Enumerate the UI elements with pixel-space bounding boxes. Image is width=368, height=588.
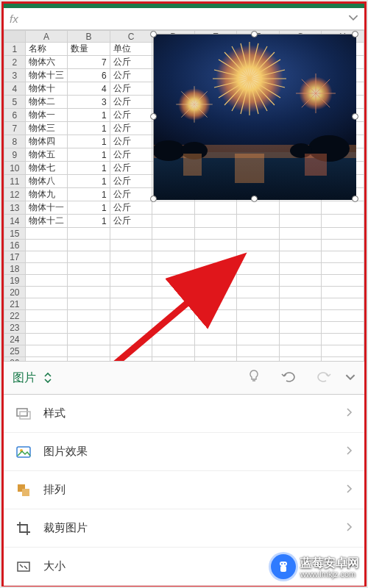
cell[interactable] bbox=[152, 310, 195, 322]
toolbar-more-icon[interactable] bbox=[345, 370, 355, 386]
cell[interactable] bbox=[237, 334, 280, 345]
cell[interactable] bbox=[279, 251, 322, 263]
cell-B4[interactable]: 4 bbox=[68, 82, 110, 96]
cell[interactable] bbox=[279, 215, 322, 228]
cell-C4[interactable]: 公斤 bbox=[110, 82, 152, 96]
cell-B8[interactable]: 1 bbox=[68, 135, 110, 148]
cell-A14[interactable]: 物体十二 bbox=[25, 215, 68, 228]
row-header-5[interactable]: 5 bbox=[4, 96, 26, 109]
cell[interactable] bbox=[25, 251, 68, 263]
cell[interactable] bbox=[110, 322, 152, 334]
cell[interactable] bbox=[322, 215, 364, 228]
cell[interactable] bbox=[110, 275, 152, 287]
cell[interactable] bbox=[152, 240, 195, 251]
cell-C7[interactable]: 公斤 bbox=[110, 122, 152, 135]
cell[interactable] bbox=[110, 240, 152, 251]
cell[interactable] bbox=[279, 240, 322, 251]
cell-B6[interactable]: 1 bbox=[68, 109, 110, 122]
cell-A12[interactable]: 物体九 bbox=[25, 188, 68, 201]
cell[interactable] bbox=[237, 357, 280, 362]
cell-C12[interactable]: 公斤 bbox=[110, 188, 152, 201]
cell[interactable] bbox=[152, 263, 195, 275]
cell[interactable] bbox=[322, 228, 364, 240]
cell[interactable] bbox=[194, 215, 237, 228]
cell-C10[interactable]: 公斤 bbox=[110, 162, 152, 175]
cell[interactable] bbox=[68, 275, 110, 287]
cell[interactable] bbox=[279, 345, 322, 357]
cell[interactable] bbox=[25, 345, 68, 357]
cell-A13[interactable]: 物体十一 bbox=[25, 201, 68, 215]
resize-handle-se[interactable] bbox=[352, 196, 358, 202]
option-arrange[interactable]: 排列 bbox=[4, 471, 364, 509]
resize-handle-ne[interactable] bbox=[352, 31, 358, 37]
cell[interactable] bbox=[322, 310, 364, 322]
row-header-24[interactable]: 24 bbox=[4, 334, 26, 345]
cell[interactable] bbox=[110, 263, 152, 275]
cell[interactable] bbox=[279, 201, 322, 215]
cell[interactable] bbox=[25, 263, 68, 275]
cell[interactable] bbox=[68, 240, 110, 251]
resize-handle-w[interactable] bbox=[150, 113, 157, 120]
chevron-down-icon[interactable] bbox=[348, 12, 358, 26]
cell[interactable] bbox=[110, 228, 152, 240]
cell[interactable] bbox=[279, 310, 322, 322]
cell-C8[interactable]: 公斤 bbox=[110, 135, 152, 148]
cell-B11[interactable]: 1 bbox=[68, 175, 110, 188]
cell[interactable] bbox=[279, 287, 322, 298]
cell[interactable] bbox=[25, 240, 68, 251]
embedded-image[interactable] bbox=[153, 34, 355, 199]
option-size[interactable]: 大小 bbox=[4, 548, 364, 586]
row-header-16[interactable]: 16 bbox=[4, 240, 26, 251]
cell-C14[interactable]: 公斤 bbox=[110, 215, 152, 228]
cell[interactable] bbox=[152, 357, 195, 362]
cell[interactable] bbox=[322, 275, 364, 287]
cell-A5[interactable]: 物体二 bbox=[25, 96, 68, 109]
cell[interactable] bbox=[152, 251, 195, 263]
formula-bar[interactable]: fx bbox=[4, 8, 364, 30]
cell-B3[interactable]: 6 bbox=[68, 69, 110, 82]
cell-C3[interactable]: 公斤 bbox=[110, 69, 152, 82]
cell[interactable] bbox=[25, 275, 68, 287]
row-header-12[interactable]: 12 bbox=[4, 188, 26, 201]
cell[interactable] bbox=[237, 310, 280, 322]
cell[interactable] bbox=[110, 310, 152, 322]
redo-icon[interactable] bbox=[310, 369, 338, 387]
cell[interactable] bbox=[68, 287, 110, 298]
row-header-2[interactable]: 2 bbox=[4, 56, 26, 69]
spreadsheet-grid[interactable]: ABCDEFGH1名称数量单位2物体六7公斤3物体十三6公斤4物体十4公斤5物体… bbox=[4, 30, 364, 361]
row-header-13[interactable]: 13 bbox=[4, 201, 26, 215]
cell-A2[interactable]: 物体六 bbox=[25, 56, 68, 69]
cell[interactable] bbox=[110, 287, 152, 298]
row-header-1[interactable]: 1 bbox=[4, 43, 26, 56]
resize-handle-nw[interactable] bbox=[150, 31, 157, 37]
cell[interactable] bbox=[152, 334, 195, 345]
col-header-C[interactable]: C bbox=[110, 31, 152, 43]
cell[interactable] bbox=[194, 345, 237, 357]
cell[interactable] bbox=[237, 201, 280, 215]
row-header-23[interactable]: 23 bbox=[4, 322, 26, 334]
cell[interactable] bbox=[194, 322, 237, 334]
cell[interactable] bbox=[322, 240, 364, 251]
cell-B2[interactable]: 7 bbox=[68, 56, 110, 69]
cell[interactable] bbox=[279, 322, 322, 334]
row-header-20[interactable]: 20 bbox=[4, 287, 26, 298]
row-header-25[interactable]: 25 bbox=[4, 345, 26, 357]
cell-C9[interactable]: 公斤 bbox=[110, 148, 152, 162]
cell-B14[interactable]: 1 bbox=[68, 215, 110, 228]
cell[interactable] bbox=[68, 345, 110, 357]
cell[interactable] bbox=[194, 287, 237, 298]
cell[interactable] bbox=[279, 334, 322, 345]
row-header-10[interactable]: 10 bbox=[4, 162, 26, 175]
cell-B1[interactable]: 数量 bbox=[68, 43, 110, 56]
cell-A3[interactable]: 物体十三 bbox=[25, 69, 68, 82]
cell[interactable] bbox=[237, 345, 280, 357]
cell[interactable] bbox=[237, 322, 280, 334]
cell[interactable] bbox=[68, 251, 110, 263]
resize-handle-s[interactable] bbox=[251, 196, 258, 202]
cell[interactable] bbox=[25, 287, 68, 298]
cell[interactable] bbox=[194, 310, 237, 322]
cell-C11[interactable]: 公斤 bbox=[110, 175, 152, 188]
cell-B9[interactable]: 1 bbox=[68, 148, 110, 162]
resize-handle-n[interactable] bbox=[251, 31, 258, 37]
cell[interactable] bbox=[322, 334, 364, 345]
